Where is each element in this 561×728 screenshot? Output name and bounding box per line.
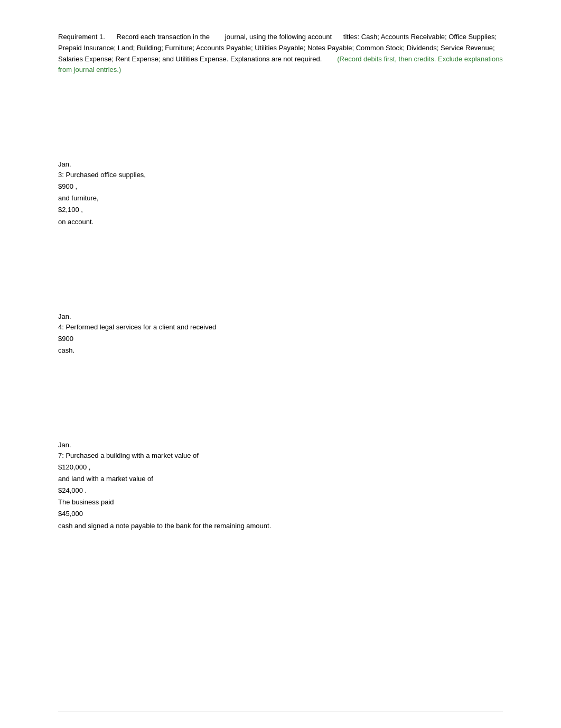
transaction-block-1: Jan. 3: Purchased office supplies, $900 … (58, 160, 503, 227)
transaction-1-line5: on account. (58, 218, 94, 226)
transaction-3-line1: 7: Purchased a building with a market va… (58, 451, 199, 459)
transaction-3-line6: $45,000 (58, 510, 83, 518)
transaction-2-line1: 4: Performed legal services for a client… (58, 323, 216, 331)
requirement-section: Requirement 1. Record each transaction i… (58, 32, 503, 76)
requirement-middle-word: journal, using the following account (225, 33, 332, 41)
bottom-divider (58, 712, 503, 712)
transaction-2-line3: cash. (58, 346, 74, 354)
transaction-3-line5: The business paid (58, 498, 114, 506)
page-container: Requirement 1. Record each transaction i… (0, 0, 561, 564)
transaction-3-line4: $24,000 . (58, 486, 87, 494)
transaction-block-2: Jan. 4: Performed legal services for a c… (58, 312, 503, 356)
transaction-1-month: Jan. (58, 160, 503, 168)
requirement-main-text: Record each transaction in the (117, 33, 210, 41)
transaction-2-month: Jan. (58, 312, 503, 320)
transaction-3-month: Jan. (58, 441, 503, 449)
transaction-3-line2: $120,000 , (58, 463, 90, 471)
transaction-2-line2: $900 (58, 335, 73, 343)
transaction-3-detail: 7: Purchased a building with a market va… (58, 450, 503, 532)
transaction-1-detail: 3: Purchased office supplies, $900 , and… (58, 169, 503, 227)
transaction-3-line3: and land with a market value of (58, 475, 153, 483)
requirement-prefix: Requirement 1. (58, 33, 105, 41)
transaction-block-3: Jan. 7: Purchased a building with a mark… (58, 441, 503, 532)
transaction-1-line2: $900 , (58, 182, 77, 190)
transaction-3-line7: cash and signed a note payable to the ba… (58, 522, 271, 530)
transaction-1-line3: and furniture, (58, 194, 99, 202)
transaction-1-line1: 3: Purchased office supplies, (58, 171, 146, 179)
transaction-1-line4: $2,100 , (58, 206, 83, 214)
transaction-2-detail: 4: Performed legal services for a client… (58, 321, 503, 356)
